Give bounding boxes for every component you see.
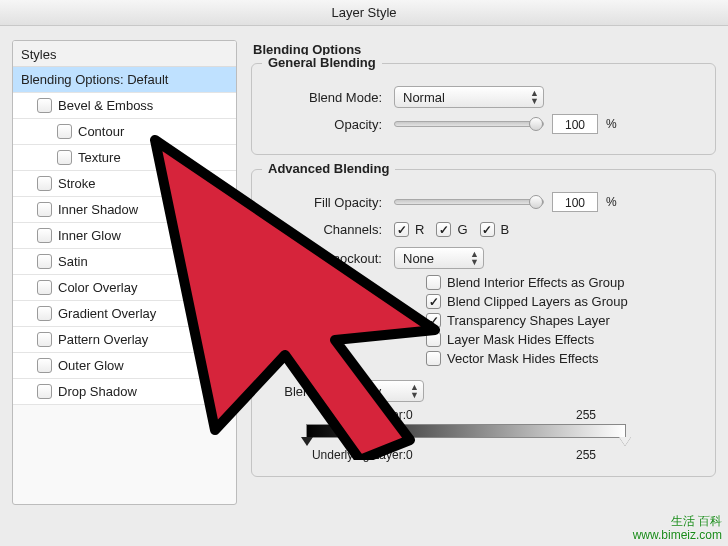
style-item-bevel-emboss[interactable]: Bevel & Emboss <box>13 93 236 119</box>
style-checkbox[interactable] <box>37 332 52 347</box>
general-blending-heading: General Blending <box>262 55 382 70</box>
style-item-stroke[interactable]: Stroke <box>13 171 236 197</box>
layer-style-window: Layer Style Styles Blending Options: Def… <box>0 0 728 546</box>
channel-g-checkbox[interactable] <box>436 222 451 237</box>
channels-group: R G B <box>394 218 509 241</box>
opacity-slider[interactable] <box>394 121 544 127</box>
style-checkbox[interactable] <box>37 228 52 243</box>
underlying-layer-lo: 0 <box>406 448 413 462</box>
fill-opacity-slider-thumb[interactable] <box>529 195 543 209</box>
knockout-row: Knockout: None ▲▼ <box>266 247 701 269</box>
style-item-label: Gradient Overlay <box>58 306 156 321</box>
style-checkbox[interactable] <box>57 124 72 139</box>
style-checkbox[interactable] <box>37 254 52 269</box>
style-item-inner-shadow[interactable]: Inner Shadow <box>13 197 236 223</box>
style-checkbox[interactable] <box>37 306 52 321</box>
style-checkbox[interactable] <box>37 358 52 373</box>
style-item-contour[interactable]: Contour <box>13 119 236 145</box>
style-item-texture[interactable]: Texture <box>13 145 236 171</box>
dropdown-arrows-icon: ▲▼ <box>530 89 539 105</box>
channel-r-label: R <box>415 222 424 237</box>
knockout-select[interactable]: None ▲▼ <box>394 247 484 269</box>
general-blending-group: General Blending Blend Mode: Normal ▲▼ O… <box>251 63 716 155</box>
style-item-gradient-overlay[interactable]: Gradient Overlay <box>13 301 236 327</box>
opacity-label: Opacity: <box>266 117 386 132</box>
knockout-value: None <box>403 251 434 266</box>
style-item-blending-options-default[interactable]: Blending Options: Default <box>13 67 236 93</box>
this-layer-slider[interactable] <box>306 424 626 438</box>
advanced-blending-group: Advanced Blending Fill Opacity: 100 % Ch… <box>251 169 716 477</box>
interior-effects-checkbox[interactable] <box>426 275 441 290</box>
blend-mode-value: Normal <box>403 90 445 105</box>
advanced-checks: Blend Interior Effects as Group Blend Cl… <box>426 275 701 366</box>
this-layer-label: This Layer: <box>306 408 406 422</box>
fill-opacity-row: Fill Opacity: 100 % <box>266 192 701 212</box>
styles-panel-header: Styles <box>13 41 236 67</box>
style-item-label: Outer Glow <box>58 358 124 373</box>
content-area: Styles Blending Options: DefaultBevel & … <box>0 26 728 546</box>
transparency-shapes-label: Transparency Shapes Layer <box>447 313 610 328</box>
channels-label: Channels: <box>266 222 386 237</box>
style-item-label: Pattern Overlay <box>58 332 148 347</box>
channel-b-label: B <box>501 222 510 237</box>
vector-mask-hides-label: Vector Mask Hides Effects <box>447 351 599 366</box>
underlying-layer-values: Underlying Layer: 0 255 <box>306 448 626 462</box>
this-layer-black-handle[interactable] <box>301 437 313 446</box>
blend-if-select[interactable]: Gray ▲▼ <box>344 380 424 402</box>
style-checkbox[interactable] <box>37 384 52 399</box>
fill-opacity-slider[interactable] <box>394 199 544 205</box>
style-item-label: Contour <box>78 124 124 139</box>
styles-panel: Styles Blending Options: DefaultBevel & … <box>12 40 237 505</box>
style-item-label: Inner Shadow <box>58 202 138 217</box>
style-checkbox[interactable] <box>57 150 72 165</box>
opacity-slider-thumb[interactable] <box>529 117 543 131</box>
style-item-drop-shadow[interactable]: Drop Shadow <box>13 379 236 405</box>
transparency-shapes-checkbox[interactable] <box>426 313 441 328</box>
opacity-row: Opacity: 100 % <box>266 114 701 134</box>
blend-if-row: Blend If: Gray ▲▼ <box>266 380 701 402</box>
style-item-label: Inner Glow <box>58 228 121 243</box>
advanced-blending-heading: Advanced Blending <box>262 161 395 176</box>
blend-if-value: Gray <box>353 384 381 399</box>
style-item-label: Blending Options: Default <box>21 72 168 87</box>
clipped-layers-label: Blend Clipped Layers as Group <box>447 294 628 309</box>
window-title: Layer Style <box>0 0 728 26</box>
this-layer-values: This Layer: 0 255 <box>306 408 626 422</box>
style-checkbox[interactable] <box>37 280 52 295</box>
fill-opacity-input[interactable]: 100 <box>552 192 598 212</box>
style-item-outer-glow[interactable]: Outer Glow <box>13 353 236 379</box>
interior-effects-label: Blend Interior Effects as Group <box>447 275 625 290</box>
style-item-pattern-overlay[interactable]: Pattern Overlay <box>13 327 236 353</box>
layer-mask-hides-label: Layer Mask Hides Effects <box>447 332 594 347</box>
blend-if-label: Blend If: <box>266 384 336 399</box>
fill-opacity-label: Fill Opacity: <box>266 195 386 210</box>
style-checkbox[interactable] <box>37 202 52 217</box>
blend-mode-label: Blend Mode: <box>266 90 386 105</box>
style-checkbox[interactable] <box>37 98 52 113</box>
channel-b-checkbox[interactable] <box>480 222 495 237</box>
styles-list: Blending Options: DefaultBevel & EmbossC… <box>13 67 236 405</box>
opacity-input[interactable]: 100 <box>552 114 598 134</box>
style-item-label: Drop Shadow <box>58 384 137 399</box>
channel-r-checkbox[interactable] <box>394 222 409 237</box>
clipped-layers-checkbox[interactable] <box>426 294 441 309</box>
blend-mode-row: Blend Mode: Normal ▲▼ <box>266 86 701 108</box>
style-item-label: Color Overlay <box>58 280 137 295</box>
dropdown-arrows-icon: ▲▼ <box>410 383 419 399</box>
style-item-label: Texture <box>78 150 121 165</box>
style-item-label: Bevel & Emboss <box>58 98 153 113</box>
this-layer-white-handle[interactable] <box>619 437 631 446</box>
vector-mask-hides-checkbox[interactable] <box>426 351 441 366</box>
layer-mask-hides-checkbox[interactable] <box>426 332 441 347</box>
this-layer-lo: 0 <box>406 408 413 422</box>
channels-row: Channels: R G B <box>266 218 701 241</box>
this-layer-hi: 255 <box>576 408 596 422</box>
style-item-color-overlay[interactable]: Color Overlay <box>13 275 236 301</box>
style-item-satin[interactable]: Satin <box>13 249 236 275</box>
underlying-layer-hi: 255 <box>576 448 596 462</box>
style-item-inner-glow[interactable]: Inner Glow <box>13 223 236 249</box>
dropdown-arrows-icon: ▲▼ <box>470 250 479 266</box>
channel-g-label: G <box>457 222 467 237</box>
blend-mode-select[interactable]: Normal ▲▼ <box>394 86 544 108</box>
style-checkbox[interactable] <box>37 176 52 191</box>
